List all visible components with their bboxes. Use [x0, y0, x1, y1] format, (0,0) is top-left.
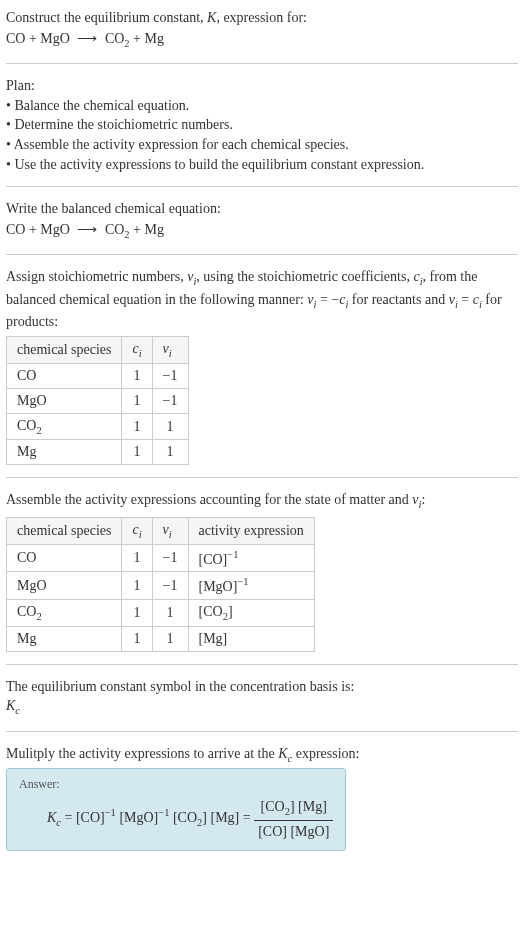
intro-text-a: Construct the equilibrium constant, — [6, 10, 207, 25]
cell-expr: [CO2] — [188, 600, 314, 627]
intro-text-b: , expression for: — [216, 10, 307, 25]
answer-box: Answer: Kc = [CO]−1 [MgO]−1 [CO2] [Mg] =… — [6, 768, 346, 851]
activity-section: Assemble the activity expressions accoun… — [6, 490, 518, 651]
activity-table: chemical species ci νi activity expressi… — [6, 517, 315, 652]
stoich-eq1-eq: = − — [316, 292, 339, 307]
cell-species: CO — [7, 363, 122, 388]
cell-ci: 1 — [122, 572, 152, 600]
kc-symbol: Kc — [6, 696, 518, 718]
activity-text-a: Assemble the activity expressions accoun… — [6, 492, 412, 507]
table-row: Mg 1 1 — [7, 440, 189, 465]
divider — [6, 254, 518, 255]
k-symbol: K — [47, 810, 56, 825]
cell-species: CO — [7, 544, 122, 572]
stoich-section: Assign stoichiometric numbers, νi, using… — [6, 267, 518, 465]
frac-num: [CO2] [Mg] — [254, 796, 333, 821]
eq-rhs-mg: + Mg — [130, 222, 164, 237]
cell-nui: −1 — [152, 572, 188, 600]
cell-nui: −1 — [152, 363, 188, 388]
stoich-text-a: Assign stoichiometric numbers, — [6, 269, 187, 284]
eq-rhs-mg: + Mg — [130, 31, 164, 46]
cell-species: MgO — [7, 572, 122, 600]
c-sub: c — [15, 705, 20, 716]
answer-label: Answer: — [19, 777, 333, 792]
balanced-equation: CO + MgO ⟶ CO2 + Mg — [6, 219, 518, 243]
eq-lhs: CO + MgO — [6, 31, 70, 46]
multiply-section: Mulitply the activity expressions to arr… — [6, 744, 518, 851]
cell-nui: −1 — [152, 544, 188, 572]
term-co-sup: −1 — [105, 808, 116, 819]
term-mgo: [MgO] — [116, 810, 158, 825]
term-rest: ] [Mg] = — [202, 810, 254, 825]
arrow-icon: ⟶ — [73, 219, 101, 240]
divider — [6, 186, 518, 187]
plan-section: Plan: • Balance the chemical equation. •… — [6, 76, 518, 174]
th-species: chemical species — [7, 517, 122, 544]
intro-text: Construct the equilibrium constant, K, e… — [6, 8, 518, 28]
stoich-text: Assign stoichiometric numbers, νi, using… — [6, 267, 518, 332]
divider — [6, 477, 518, 478]
symbol-text: The equilibrium constant symbol in the c… — [6, 677, 518, 697]
cell-species: Mg — [7, 440, 122, 465]
k-symbol: K — [207, 10, 216, 25]
table-header-row: chemical species ci νi activity expressi… — [7, 517, 315, 544]
frac-den: [CO] [MgO] — [254, 821, 333, 842]
table-row: CO 1 −1 — [7, 363, 189, 388]
plan-item: • Use the activity expressions to build … — [6, 155, 518, 175]
cell-species: CO2 — [7, 600, 122, 627]
cell-nui: 1 — [152, 626, 188, 651]
k-symbol: K — [278, 746, 287, 761]
cell-expr: [CO]−1 — [188, 544, 314, 572]
stoich-eq2-eq: = — [458, 292, 473, 307]
intro-equation: CO + MgO ⟶ CO2 + Mg — [6, 28, 518, 52]
cell-nui: 1 — [152, 440, 188, 465]
cell-ci: 1 — [122, 413, 152, 440]
term-mgo-sup: −1 — [158, 808, 169, 819]
symbol-section: The equilibrium constant symbol in the c… — [6, 677, 518, 719]
cell-species: CO2 — [7, 413, 122, 440]
balanced-heading: Write the balanced chemical equation: — [6, 199, 518, 219]
arrow-icon: ⟶ — [73, 28, 101, 49]
eq-sign: = — [61, 810, 76, 825]
plan-item: • Determine the stoichiometric numbers. — [6, 115, 518, 135]
table-row: CO2 1 1 [CO2] — [7, 600, 315, 627]
cell-expr: [Mg] — [188, 626, 314, 651]
activity-text-b: : — [421, 492, 425, 507]
intro-section: Construct the equilibrium constant, K, e… — [6, 8, 518, 51]
cell-nui: 1 — [152, 413, 188, 440]
divider — [6, 664, 518, 665]
table-header-row: chemical species ci νi — [7, 336, 189, 363]
k-symbol: K — [6, 698, 15, 713]
eq-rhs-co2: CO — [105, 31, 124, 46]
cell-species: Mg — [7, 626, 122, 651]
activity-text: Assemble the activity expressions accoun… — [6, 490, 518, 512]
plan-item: • Assemble the activity expression for e… — [6, 135, 518, 155]
th-ci: ci — [122, 336, 152, 363]
cell-ci: 1 — [122, 388, 152, 413]
cell-ci: 1 — [122, 544, 152, 572]
table-row: Mg 1 1 [Mg] — [7, 626, 315, 651]
table-row: CO 1 −1 [CO]−1 — [7, 544, 315, 572]
plan-item: • Balance the chemical equation. — [6, 96, 518, 116]
th-activity: activity expression — [188, 517, 314, 544]
th-species: chemical species — [7, 336, 122, 363]
term-co2-a: [CO — [169, 810, 197, 825]
multiply-text-b: expression: — [292, 746, 359, 761]
cell-nui: −1 — [152, 388, 188, 413]
cell-expr: [MgO]−1 — [188, 572, 314, 600]
cell-ci: 1 — [122, 363, 152, 388]
divider — [6, 63, 518, 64]
cell-species: MgO — [7, 388, 122, 413]
plan-heading: Plan: — [6, 76, 518, 96]
eq-lhs: CO + MgO — [6, 222, 70, 237]
fraction: [CO2] [Mg][CO] [MgO] — [254, 796, 333, 842]
cell-ci: 1 — [122, 440, 152, 465]
term-co: [CO] — [76, 810, 105, 825]
table-row: MgO 1 −1 [MgO]−1 — [7, 572, 315, 600]
eq-rhs-co2: CO — [105, 222, 124, 237]
stoich-text-b: , using the stoichiometric coefficients, — [196, 269, 413, 284]
table-row: CO2 1 1 — [7, 413, 189, 440]
th-nui: νi — [152, 336, 188, 363]
balanced-section: Write the balanced chemical equation: CO… — [6, 199, 518, 242]
divider — [6, 731, 518, 732]
